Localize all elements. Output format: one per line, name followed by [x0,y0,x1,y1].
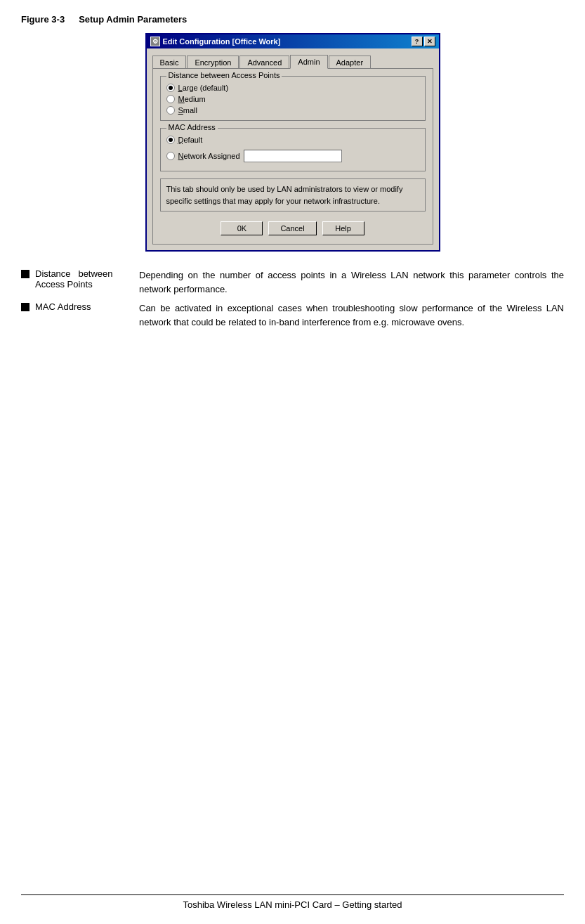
radio-default-mac-input[interactable] [166,136,175,144]
dialog-content: Basic Encryption Advanced Admin Adapter … [147,48,439,250]
info-text: This tab should only be used by LAN admi… [166,185,403,205]
dialog-icon: ⚙ [150,37,160,46]
bullet-term-1: Distance betweenAccess Points [35,268,133,289]
radio-network-assigned-label: Network Assigned [178,152,240,160]
radio-medium-input[interactable] [166,95,175,103]
bullet-list: Distance betweenAccess Points Depending … [21,268,564,329]
mac-network-row: Network Assigned [166,150,419,162]
mac-address-input[interactable] [244,150,342,162]
tab-adapter[interactable]: Adapter [329,56,372,69]
tab-admin[interactable]: Admin [290,55,327,69]
radio-network-assigned[interactable]: Network Assigned [166,152,240,160]
radio-default-mac-label: Default [178,136,203,144]
radio-medium-label: Medium [178,95,206,103]
dialog-wrapper: ⚙ Edit Configuration [Office Work] ? ✕ B… [21,33,564,252]
radio-small-input[interactable] [166,106,175,115]
radio-network-assigned-input[interactable] [166,152,175,160]
content-section: Distance betweenAccess Points Depending … [21,268,564,329]
list-item: MAC Address Can be activated in exceptio… [21,301,564,329]
dialog-buttons: 0K Cancel Help [160,219,426,237]
radio-large[interactable]: Large (default) [166,84,419,92]
mac-legend: MAC Address [166,123,218,131]
radio-large-label: Large (default) [178,84,229,92]
mac-fieldset: MAC Address Default Network Assigned [160,128,426,171]
list-item: Distance betweenAccess Points Depending … [21,268,564,296]
radio-medium[interactable]: Medium [166,95,419,103]
tab-panel-admin: Distance between Access Points Large (de… [152,68,433,245]
mac-radio-group: Default Network Assigned [166,136,419,165]
close-titlebar-button[interactable]: ✕ [424,37,435,46]
radio-default-mac[interactable]: Default [166,136,419,144]
help-titlebar-button[interactable]: ? [412,37,423,46]
figure-title: Figure 3-3 Setup Admin Parameters [21,14,564,25]
bullet-desc-2: Can be activated in exceptional cases wh… [139,301,564,329]
distance-radio-group: Large (default) Medium Small [166,84,419,115]
distance-legend: Distance between Access Points [166,71,282,79]
info-box: This tab should only be used by LAN admi… [160,178,426,212]
titlebar-left: ⚙ Edit Configuration [Office Work] [150,37,281,46]
page-footer: Toshiba Wireless LAN mini-PCI Card – Get… [21,894,564,910]
dialog-title: Edit Configuration [Office Work] [163,37,281,46]
ok-button[interactable]: 0K [221,221,263,235]
help-button[interactable]: Help [322,221,364,235]
bullet-term-2: MAC Address [35,301,133,312]
bullet-desc-1: Depending on the number of access points… [139,268,564,296]
radio-small-label: Small [178,106,198,115]
figure-caption: Setup Admin Parameters [79,14,187,25]
figure-label: Figure 3-3 [21,14,65,25]
tab-basic[interactable]: Basic [152,56,187,69]
tab-encryption[interactable]: Encryption [187,56,239,69]
dialog-titlebar: ⚙ Edit Configuration [Office Work] ? ✕ [147,34,439,48]
radio-large-input[interactable] [166,84,175,92]
distance-fieldset: Distance between Access Points Large (de… [160,76,426,121]
tabs-row: Basic Encryption Advanced Admin Adapter [152,54,433,68]
edit-configuration-dialog: ⚙ Edit Configuration [Office Work] ? ✕ B… [145,33,440,252]
bullet-icon [21,270,29,278]
tab-advanced[interactable]: Advanced [239,56,289,69]
radio-small[interactable]: Small [166,106,419,115]
bullet-icon [21,303,29,311]
titlebar-buttons: ? ✕ [412,37,435,46]
cancel-button[interactable]: Cancel [268,221,316,235]
footer-text: Toshiba Wireless LAN mini-PCI Card – Get… [183,899,402,910]
